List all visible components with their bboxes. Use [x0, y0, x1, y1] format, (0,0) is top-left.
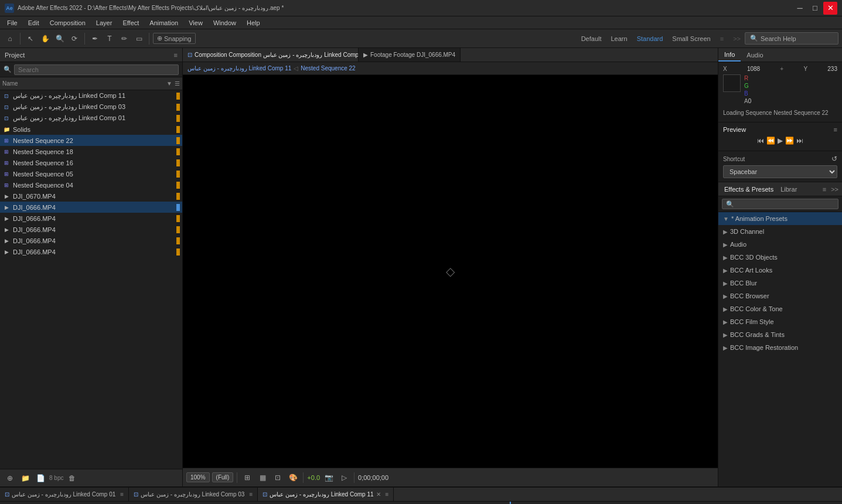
y-label: Y: [803, 66, 807, 72]
menu-item-effect[interactable]: Effect: [118, 18, 144, 28]
shortcut-select[interactable]: Spacebar: [723, 165, 837, 178]
text-tool[interactable]: T: [103, 32, 116, 45]
col-options-icon[interactable]: ☰: [175, 80, 180, 87]
effects-item[interactable]: ▶BCC Grads & Tints: [718, 328, 842, 341]
effects-item[interactable]: ▶BCC Browser: [718, 290, 842, 302]
preview-menu-icon[interactable]: ≡: [834, 126, 837, 133]
list-item[interactable]: ▶DJI_0666.MP4: [0, 246, 182, 257]
go-to-start-button[interactable]: ⏮: [757, 137, 764, 145]
list-item[interactable]: ▶DJI_0670.MP4: [0, 190, 182, 202]
breadcrumb-seq[interactable]: Nested Sequence 22: [301, 65, 355, 71]
menu-item-view[interactable]: View: [184, 18, 207, 28]
effects-item[interactable]: ▶BCC Art Looks: [718, 264, 842, 277]
menu-item-help[interactable]: Help: [242, 18, 265, 28]
list-item[interactable]: ▶DJI_0666.MP4: [0, 202, 182, 213]
menu-item-file[interactable]: File: [2, 18, 22, 28]
playhead[interactable]: [510, 502, 511, 504]
snapping-button[interactable]: ⊕ Snapping: [153, 33, 196, 44]
pen-tool[interactable]: ✒: [88, 32, 101, 45]
effects-item[interactable]: ▼* Animation Presets: [718, 212, 842, 225]
menu-item-edit[interactable]: Edit: [23, 18, 44, 28]
list-item[interactable]: ⊞Nested Sequence 18: [0, 146, 182, 157]
col-sort-icon[interactable]: ▼: [166, 80, 172, 87]
quality-control[interactable]: (Full): [212, 472, 234, 482]
maximize-button[interactable]: □: [808, 2, 822, 15]
project-menu-icon[interactable]: ≡: [174, 52, 178, 59]
snapshot-button[interactable]: 📷: [322, 471, 335, 484]
home-button[interactable]: ⌂: [4, 32, 16, 45]
project-search-input[interactable]: [14, 64, 179, 75]
timeline-tab-1[interactable]: ⊡ رودبارچیره - زمین عباس Linked Comp 03≡: [129, 488, 258, 501]
breadcrumb-comp[interactable]: رودبارچیره - زمین عباس Linked Comp 11: [188, 65, 291, 71]
new-folder-button[interactable]: 📁: [19, 472, 32, 485]
list-item[interactable]: ▶DJI_0666.MP4: [0, 213, 182, 224]
go-to-end-button[interactable]: ⏭: [796, 137, 803, 145]
list-item[interactable]: ⊡رودبارچیره - زمین عباس Linked Comp 03: [0, 101, 182, 113]
tab-effects-presets[interactable]: Effects & Presets: [722, 185, 776, 194]
show-snapshot-button[interactable]: ▷: [338, 471, 350, 484]
shape-tool[interactable]: ▭: [132, 32, 145, 45]
list-item[interactable]: ⊞Nested Sequence 22: [0, 135, 182, 146]
play-button[interactable]: ▶: [778, 137, 783, 145]
list-item[interactable]: 📁Solids: [0, 124, 182, 135]
tab-menu-icon[interactable]: ≡: [386, 491, 389, 498]
viewer-tab-1[interactable]: ▶ Footage Footage DJI_0666.MP4: [359, 48, 461, 62]
search-help-button[interactable]: 🔍 Search Help: [745, 32, 838, 45]
list-item[interactable]: ▶DJI_0666.MP4: [0, 235, 182, 246]
fit-button[interactable]: ⊞: [241, 471, 254, 484]
new-item-button[interactable]: 📄: [34, 472, 47, 485]
zoom-control[interactable]: 100%: [186, 472, 210, 482]
menu-item-layer[interactable]: Layer: [91, 18, 117, 28]
list-item[interactable]: ⊞Nested Sequence 04: [0, 179, 182, 190]
tab-info[interactable]: Info: [718, 49, 741, 62]
minimize-button[interactable]: ─: [793, 2, 807, 15]
effects-item[interactable]: ▶BCC 3D Objects: [718, 251, 842, 264]
workspace-standard[interactable]: Standard: [635, 34, 666, 43]
reset-shortcut-button[interactable]: ↺: [831, 155, 837, 163]
item-name: Nested Sequence 16: [13, 159, 174, 166]
tab-library[interactable]: Librar: [778, 185, 799, 194]
viewer-tab-0[interactable]: ⊡ Composition Composition رودبارچیره - ز…: [183, 48, 359, 62]
workspace-default[interactable]: Default: [579, 34, 604, 43]
effects-item[interactable]: ▶BCC Film Style: [718, 315, 842, 328]
viewer-canvas[interactable]: ◇: [183, 75, 718, 468]
effects-item[interactable]: ▶Audio: [718, 238, 842, 251]
workspace-learn[interactable]: Learn: [609, 34, 630, 43]
selection-tool[interactable]: ↖: [24, 32, 37, 45]
hand-tool[interactable]: ✋: [39, 32, 52, 45]
effects-item[interactable]: ▶3D Channel: [718, 225, 842, 238]
effects-item[interactable]: ▶BCC Image Restoration: [718, 341, 842, 354]
step-forward-button[interactable]: ⏩: [785, 137, 794, 145]
timeline-tab-0[interactable]: ⊡ رودبارچیره - زمین عباس Linked Comp 01≡: [0, 488, 129, 501]
effects-expand-icon[interactable]: >>: [831, 186, 838, 193]
list-item[interactable]: ⊡رودبارچیره - زمین عباس Linked Comp 01: [0, 113, 182, 124]
workspace-smallscreen[interactable]: Small Screen: [670, 34, 713, 43]
safe-zones-button[interactable]: ▦: [256, 471, 269, 484]
effects-menu-icon[interactable]: ≡: [823, 186, 826, 193]
camera-orbit-tool[interactable]: ⟳: [68, 32, 81, 45]
timeline-tab-2[interactable]: ⊡ رودبارچیره - زمین عباس Linked Comp 11 …: [258, 488, 394, 501]
list-item[interactable]: ⊡رودبارچیره - زمین عباس Linked Comp 11: [0, 90, 182, 101]
menu-item-window[interactable]: Window: [209, 18, 241, 28]
list-item[interactable]: ⊞Nested Sequence 05: [0, 168, 182, 179]
channels-button[interactable]: 🎨: [287, 471, 299, 484]
tab-audio[interactable]: Audio: [741, 49, 769, 61]
tab-menu-icon[interactable]: ≡: [120, 491, 124, 498]
menu-item-animation[interactable]: Animation: [145, 18, 183, 28]
new-composition-button[interactable]: ⊕: [4, 472, 16, 485]
effects-search-input[interactable]: [722, 199, 838, 209]
effects-item[interactable]: ▶BCC Blur: [718, 277, 842, 290]
close-button[interactable]: ✕: [823, 2, 837, 15]
list-item[interactable]: ▶DJI_0666.MP4: [0, 224, 182, 235]
plus-icon[interactable]: +: [780, 66, 783, 72]
tab-menu-icon[interactable]: ≡: [249, 491, 253, 498]
brush-tool[interactable]: ✏: [118, 32, 131, 45]
step-back-button[interactable]: ⏪: [766, 137, 775, 145]
menu-item-composition[interactable]: Composition: [45, 18, 90, 28]
tab-close-icon[interactable]: ✕: [376, 491, 381, 498]
zoom-tool[interactable]: 🔍: [53, 32, 66, 45]
delete-button[interactable]: 🗑: [66, 472, 79, 485]
effects-item[interactable]: ▶BCC Color & Tone: [718, 302, 842, 315]
grid-button[interactable]: ⊡: [271, 471, 284, 484]
list-item[interactable]: ⊞Nested Sequence 16: [0, 157, 182, 168]
